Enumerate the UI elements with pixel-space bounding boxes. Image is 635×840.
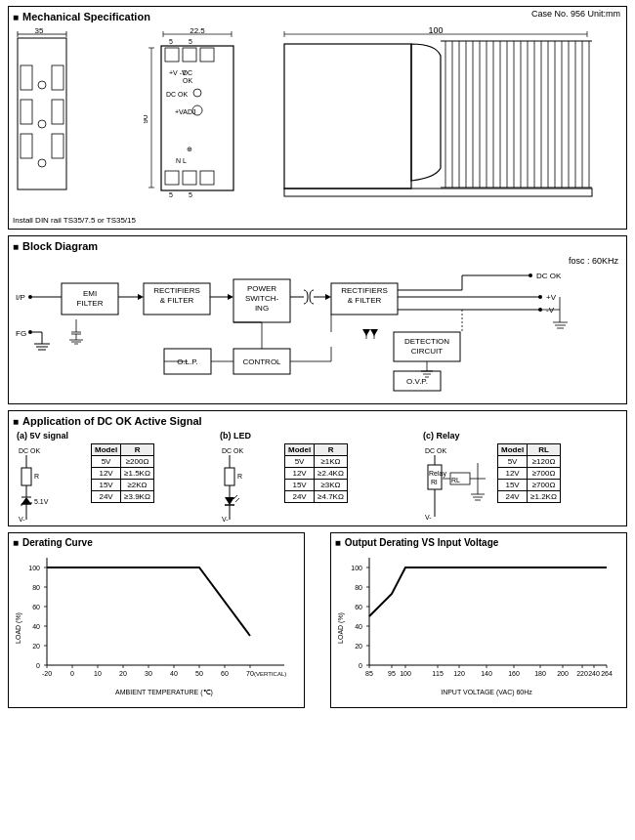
svg-text:35: 35	[35, 26, 44, 35]
table-row: 24V≥3.9KΩ	[92, 491, 154, 503]
svg-rect-5	[21, 65, 32, 90]
svg-text:115: 115	[432, 670, 444, 677]
table-led: ModelR 5V≥1KΩ 12V≥2.4KΩ 15V≥3KΩ 24V≥4.7K…	[284, 443, 348, 503]
table-row: 24V≥1.2KΩ	[498, 491, 561, 503]
svg-text:FG: FG	[16, 329, 26, 338]
svg-point-115	[538, 295, 542, 299]
svg-point-112	[529, 273, 532, 277]
curves-section: Derating Curve LOAD (%) 0 20 40 60 80 10…	[8, 532, 627, 708]
svg-text:50: 50	[195, 670, 203, 677]
svg-text:(VERTICAL): (VERTICAL)	[254, 671, 286, 677]
svg-text:INPUT VOLTAGE (VAC) 60Hz: INPUT VOLTAGE (VAC) 60Hz	[441, 689, 532, 696]
svg-rect-27	[200, 48, 214, 62]
svg-rect-25	[165, 48, 179, 62]
svg-text:DC OK: DC OK	[425, 447, 447, 454]
block-diagram-title: Block Diagram	[13, 240, 622, 252]
svg-marker-98	[228, 294, 233, 300]
table-row: 15V≥700Ω	[498, 480, 561, 491]
svg-text:30: 30	[145, 670, 152, 677]
svg-rect-37	[200, 171, 214, 185]
svg-text:40: 40	[355, 623, 362, 630]
app-sub-c: (c) Relay DC OK Relay Rl RL V-	[419, 431, 622, 522]
svg-text:RECTIFIERS: RECTIFIERS	[153, 286, 200, 295]
svg-text:& FILTER: & FILTER	[160, 296, 194, 305]
derating-curve-title: Derating Curve	[13, 537, 300, 548]
application-title: Application of DC OK Active Signal	[13, 415, 622, 427]
svg-text:DC OK: DC OK	[222, 447, 244, 454]
fosc-label: fosc : 60KHz	[569, 256, 618, 266]
svg-rect-24	[161, 46, 233, 190]
svg-text:180: 180	[534, 670, 546, 677]
svg-text:70: 70	[246, 670, 254, 677]
svg-marker-125	[362, 329, 370, 336]
app-sub-b: (b) LED DC OK R V-	[216, 431, 419, 522]
svg-text:ING: ING	[255, 304, 269, 313]
svg-text:O.V.P.: O.V.P.	[406, 377, 428, 386]
svg-text:40: 40	[170, 670, 178, 677]
svg-text:R: R	[237, 473, 242, 480]
svg-text:⊕: ⊕	[187, 146, 192, 152]
table-relay: ModelRL 5V≥120Ω 12V≥700Ω 15V≥700Ω 24V≥1.…	[497, 443, 561, 503]
svg-text:20: 20	[119, 670, 127, 677]
svg-text:RECTIFIERS: RECTIFIERS	[341, 286, 388, 295]
svg-text:5: 5	[189, 38, 192, 45]
svg-text:140: 140	[481, 670, 492, 677]
svg-text:20: 20	[355, 643, 362, 650]
svg-text:N  L: N L	[176, 157, 187, 164]
app-sub-a: (a) 5V signal DC OK R	[13, 431, 216, 522]
svg-rect-152	[21, 468, 31, 485]
svg-text:OK: OK	[183, 77, 192, 84]
svg-text:+V: +V	[546, 293, 557, 302]
app-sub-c-title: (c) Relay	[423, 431, 618, 441]
svg-text:DC: DC	[183, 69, 192, 76]
side-panel-drawing: 100	[275, 26, 622, 214]
svg-text:0: 0	[70, 670, 74, 677]
table-row: 12V≥1.5KΩ	[92, 468, 154, 480]
din-rail-drawing: 35 Install DIN rail TS35/7.5 or TS35/15	[13, 26, 136, 225]
table-row: 15V≥3KΩ	[285, 480, 348, 491]
svg-text:100: 100	[400, 670, 411, 677]
svg-rect-6	[21, 100, 32, 124]
svg-text:120: 120	[453, 670, 465, 677]
application-inner: (a) 5V signal DC OK R	[13, 431, 622, 522]
svg-text:200: 200	[557, 670, 569, 677]
svg-text:I/P: I/P	[16, 293, 25, 302]
svg-marker-169	[225, 497, 234, 505]
svg-text:85: 85	[365, 670, 373, 677]
svg-rect-71	[284, 189, 592, 196]
svg-text:60: 60	[32, 604, 40, 610]
svg-text:DETECTION: DETECTION	[404, 337, 449, 346]
svg-text:80: 80	[355, 584, 362, 591]
app-sub-b-title: (b) LED	[220, 431, 415, 441]
svg-rect-9	[52, 100, 64, 124]
svg-text:-20: -20	[42, 670, 52, 677]
svg-text:DC OK: DC OK	[166, 91, 189, 98]
output-derating-title: Output Derating VS Input Voltage	[335, 537, 622, 548]
svg-text:220: 220	[576, 670, 588, 677]
install-text: Install DIN rail TS35/7.5 or TS35/15	[13, 216, 136, 225]
svg-text:V-: V-	[222, 516, 229, 522]
block-diagram-section: Block Diagram fosc : 60KHz I/P FG EMI FI…	[8, 235, 627, 404]
front-panel-drawing: 22.5 5 5 90 +V -V DC OK DC	[144, 26, 271, 214]
svg-text:AMBIENT TEMPERATURE (℃): AMBIENT TEMPERATURE (℃)	[115, 689, 213, 696]
table-5v-signal: ModelR 5V≥200Ω 12V≥1.5KΩ 15V≥2KΩ 24V≥3.9…	[91, 443, 154, 503]
svg-text:POWER: POWER	[247, 284, 276, 293]
output-derating-curve-box: Output Derating VS Input Voltage LOAD (%…	[330, 532, 627, 708]
mechanical-section: Mechanical Specification Case No. 956 Un…	[8, 6, 627, 230]
svg-rect-46	[284, 44, 411, 189]
svg-text:20: 20	[32, 643, 40, 650]
svg-rect-7	[21, 134, 32, 158]
svg-rect-10	[52, 134, 64, 158]
table-row: 12V≥700Ω	[498, 468, 561, 480]
case-info: Case No. 956 Unit:mm	[531, 9, 620, 19]
table-row: 5V≥200Ω	[92, 456, 154, 468]
svg-text:160: 160	[508, 670, 520, 677]
svg-rect-36	[183, 171, 196, 185]
svg-text:264: 264	[601, 670, 613, 677]
svg-text:Rl: Rl	[431, 479, 438, 485]
svg-text:5.1V: 5.1V	[34, 498, 49, 505]
svg-text:EMI: EMI	[83, 289, 97, 298]
svg-rect-26	[183, 48, 196, 62]
app-sub-a-title: (a) 5V signal	[17, 431, 212, 441]
svg-text:Relay: Relay	[429, 470, 446, 478]
